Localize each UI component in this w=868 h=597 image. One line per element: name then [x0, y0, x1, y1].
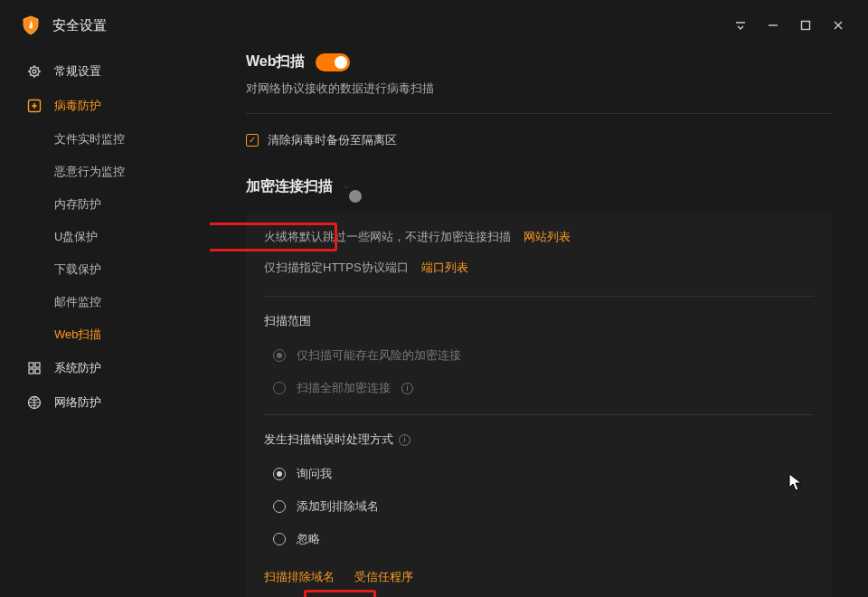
svg-rect-4	[29, 363, 33, 367]
sidebar-item-general[interactable]: 常规设置	[0, 54, 210, 89]
radio-icon	[273, 500, 286, 513]
checkbox-checked-icon: ✓	[246, 134, 259, 147]
web-scan-title: Web扫描	[246, 52, 305, 71]
sidebar-sub-download-protect[interactable]: 下载保护	[0, 253, 210, 286]
port-list-link[interactable]: 端口列表	[421, 260, 468, 276]
svg-rect-5	[35, 363, 40, 367]
sidebar-item-network[interactable]: 网络防护	[0, 385, 210, 420]
err-radio-label: 忽略	[297, 531, 320, 547]
plus-box-icon	[27, 99, 42, 113]
encrypted-scan-header: 加密连接扫描	[246, 177, 832, 196]
sidebar-item-label: 常规设置	[54, 63, 101, 80]
error-handling-label-text: 发生扫描错误时处理方式	[264, 431, 393, 448]
scan-scope-label: 扫描范围	[264, 313, 814, 329]
site-list-link[interactable]: 网站列表	[524, 229, 571, 245]
svg-rect-6	[29, 369, 33, 374]
close-button[interactable]	[823, 10, 854, 41]
err-radio-label: 添加到排除域名	[297, 498, 379, 515]
content-area: Web扫描 对网络协议接收的数据进行病毒扫描 ✓ 清除病毒时备份至隔离区 加密连…	[210, 51, 868, 597]
radio-selected-icon	[273, 349, 286, 362]
encrypted-scan-panel: 火绒将默认跳过一些网站，不进行加密连接扫描 网站列表 仅扫描指定HTTPS协议端…	[246, 213, 832, 597]
grid-icon	[27, 361, 42, 375]
backup-quarantine-checkbox-row[interactable]: ✓ 清除病毒时备份至隔离区	[246, 132, 832, 148]
skip-sites-line: 火绒将默认跳过一些网站，不进行加密连接扫描 网站列表	[264, 229, 814, 245]
backup-quarantine-label: 清除病毒时备份至隔离区	[268, 132, 397, 148]
divider	[246, 113, 832, 114]
sidebar: 常规设置 病毒防护 文件实时监控 恶意行为监控 内存防护 U盘保护 下载保护 邮…	[0, 51, 210, 597]
info-icon[interactable]: i	[401, 383, 413, 394]
scan-scope-label-text: 扫描范围	[264, 313, 311, 329]
window-title: 安全设置	[52, 17, 107, 34]
panel-footer-links: 扫描排除域名 受信任程序	[264, 569, 814, 585]
scope-radio-label: 仅扫描可能存在风险的加密连接	[297, 347, 461, 364]
trusted-programs-link[interactable]: 受信任程序	[354, 569, 413, 585]
sidebar-sub-memory-protect[interactable]: 内存防护	[0, 188, 210, 221]
sidebar-sub-web-scan[interactable]: Web扫描	[0, 318, 210, 351]
https-ports-note: 仅扫描指定HTTPS协议端口	[264, 260, 409, 276]
err-radio-label: 询问我	[297, 466, 332, 482]
web-scan-header: Web扫描	[246, 52, 832, 71]
sidebar-sub-file-realtime[interactable]: 文件实时监控	[0, 123, 210, 156]
sidebar-sub-usb-protect[interactable]: U盘保护	[0, 221, 210, 253]
exclude-domains-link[interactable]: 扫描排除域名	[264, 569, 335, 585]
minimize-button[interactable]	[758, 10, 788, 41]
error-handling-label: 发生扫描错误时处理方式 i	[264, 431, 814, 448]
info-icon[interactable]: i	[399, 434, 410, 446]
skip-sites-note: 火绒将默认跳过一些网站，不进行加密连接扫描	[264, 229, 511, 245]
https-ports-line: 仅扫描指定HTTPS协议端口 端口列表	[264, 260, 814, 276]
radio-selected-icon	[273, 468, 286, 480]
web-scan-toggle[interactable]	[316, 53, 350, 71]
err-radio-ignore[interactable]: 忽略	[264, 524, 814, 556]
maximize-button[interactable]	[790, 10, 821, 41]
svg-point-2	[33, 70, 36, 73]
svg-rect-7	[35, 369, 40, 374]
sidebar-item-virus[interactable]: 病毒防护	[0, 89, 210, 123]
scope-radio-risky-only[interactable]: 仅扫描可能存在风险的加密连接	[264, 340, 814, 373]
title-bar: 安全设置	[0, 0, 868, 51]
sidebar-item-label: 系统防护	[54, 360, 101, 376]
divider	[264, 414, 814, 415]
sidebar-item-label: 病毒防护	[54, 98, 101, 114]
encrypted-scan-title: 加密连接扫描	[246, 177, 333, 196]
radio-icon	[273, 382, 286, 394]
menu-dropdown-icon[interactable]	[725, 10, 756, 41]
err-radio-ask[interactable]: 询问我	[264, 459, 814, 491]
svg-rect-0	[802, 22, 810, 30]
scope-radio-label: 扫描全部加密连接	[297, 380, 391, 396]
err-radio-add-exclude[interactable]: 添加到排除域名	[264, 491, 814, 524]
scope-radio-all[interactable]: 扫描全部加密连接 i	[264, 373, 814, 405]
sidebar-item-system[interactable]: 系统防护	[0, 351, 210, 385]
sidebar-sub-malicious-behavior[interactable]: 恶意行为监控	[0, 156, 210, 188]
gear-icon	[27, 64, 42, 79]
encrypted-scan-toggle-wrap[interactable]	[344, 186, 349, 188]
app-logo-icon	[20, 14, 42, 36]
radio-icon	[273, 533, 286, 545]
sidebar-sub-mail-monitor[interactable]: 邮件监控	[0, 286, 210, 318]
sidebar-item-label: 网络防护	[54, 394, 101, 411]
web-scan-desc: 对网络协议接收的数据进行病毒扫描	[246, 81, 832, 97]
globe-icon	[27, 395, 42, 410]
divider	[264, 296, 814, 297]
